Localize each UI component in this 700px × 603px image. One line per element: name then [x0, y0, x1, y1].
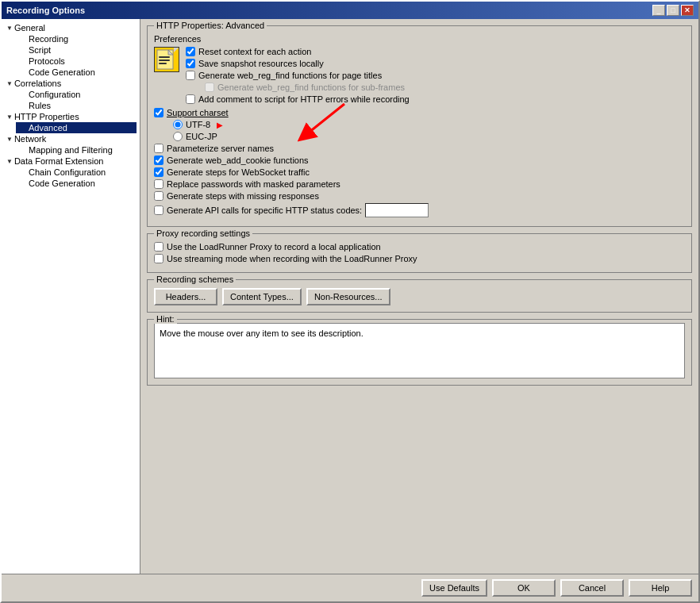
checkbox-gen-cookie[interactable]	[154, 156, 163, 165]
checkbox-gen-api[interactable]	[154, 205, 163, 215]
label-utf8: UTF-8	[186, 120, 210, 129]
main-content: HTTP Properties: Advanced Preferences	[140, 19, 698, 574]
tree-group-general: ▼ General Recording Script Protocols Cod…	[5, 22, 137, 78]
sidebar-item-correlations[interactable]: ▼ Correlations	[5, 78, 137, 89]
sidebar-item-recording[interactable]: Recording	[16, 33, 137, 44]
document-icon	[154, 47, 179, 72]
checkbox-add-comment[interactable]	[186, 94, 195, 104]
label-param-server: Parameterize server names	[167, 144, 274, 153]
sidebar-item-advanced[interactable]: Advanced	[16, 122, 137, 133]
pref-row-gen-sub: Generate web_reg_find functions for sub-…	[205, 83, 685, 92]
close-button[interactable]: ✕	[681, 5, 694, 16]
pref-row-save-snapshot: Save snapshot resources locally	[186, 59, 685, 68]
checkbox-gen-missing[interactable]	[154, 191, 163, 201]
sidebar-item-http-label: HTTP Properties	[14, 112, 79, 121]
pref-row-reset-context: Reset context for each action	[186, 47, 685, 56]
use-defaults-button[interactable]: Use Defaults	[421, 579, 487, 597]
group-content: Preferences	[154, 34, 685, 217]
content-types-button[interactable]: Content Types...	[222, 288, 302, 305]
label-add-comment: Add comment to script for HTTP errors wh…	[198, 94, 410, 104]
window-body: ▼ General Recording Script Protocols Cod…	[2, 19, 698, 574]
checkbox-gen-websocket[interactable]	[154, 167, 163, 177]
status-codes-input[interactable]	[365, 203, 429, 217]
radio-eucjp[interactable]	[173, 132, 183, 141]
pref-row-gen-missing: Generate steps with missing responses	[154, 191, 685, 201]
checkbox-replace-passwords[interactable]	[154, 179, 163, 189]
tree-children-general: Recording Script Protocols Code Generati…	[16, 33, 137, 78]
sidebar-item-general-label: General	[14, 23, 45, 33]
label-gen-web-reg: Generate web_reg_find functions for page…	[198, 71, 382, 80]
pref-row-eucjp: EUC-JP	[173, 132, 685, 141]
schemes-group-content: Headers... Content Types... Non-Resource…	[154, 288, 685, 305]
label-eucjp: EUC-JP	[186, 132, 217, 141]
pref-row-streaming: Use streaming mode when recording with t…	[154, 254, 685, 263]
expand-icon-http: ▼	[6, 113, 13, 121]
pref-row-utf8: UTF-8 ▶	[173, 120, 685, 129]
tree-children-correlations: Configuration Rules	[16, 89, 137, 111]
sidebar-item-mapping-filtering[interactable]: Mapping and Filtering	[16, 144, 137, 156]
label-save-snapshot: Save snapshot resources locally	[198, 59, 324, 68]
cancel-button[interactable]: Cancel	[560, 579, 624, 597]
arrow-indicator: ▶	[217, 121, 223, 129]
maximize-button[interactable]: □	[667, 5, 679, 16]
sidebar-item-correlations-label: Correlations	[14, 79, 61, 88]
sidebar-item-configuration[interactable]: Configuration	[16, 89, 137, 100]
title-bar: Recording Options _ □ ✕	[2, 2, 698, 19]
label-gen-api: Generate API calls for specific HTTP sta…	[167, 205, 362, 215]
expand-icon-correlations: ▼	[6, 80, 13, 87]
minimize-button[interactable]: _	[652, 5, 665, 16]
label-gen-websocket: Generate steps for WebSocket traffic	[167, 167, 310, 177]
preferences-label: Preferences	[154, 34, 685, 44]
checkbox-reset-context[interactable]	[186, 47, 195, 56]
sidebar-item-http-properties[interactable]: ▼ HTTP Properties	[5, 111, 137, 122]
bottom-bar: Use Defaults OK Cancel Help	[2, 574, 698, 601]
sidebar-item-data-format-extension[interactable]: ▼ Data Format Extension	[5, 156, 137, 167]
sidebar-item-network-label: Network	[14, 134, 46, 144]
checkbox-save-snapshot[interactable]	[186, 59, 195, 68]
pref-row-gen-websocket: Generate steps for WebSocket traffic	[154, 167, 685, 177]
label-gen-sub: Generate web_reg_find functions for sub-…	[217, 83, 405, 92]
icon-area: Reset context for each action Save snaps…	[154, 47, 685, 106]
sidebar-item-script[interactable]: Script	[16, 44, 137, 56]
label-reset-context: Reset context for each action	[198, 47, 311, 56]
help-button[interactable]: Help	[629, 579, 692, 597]
recording-schemes-group: Recording schemes Headers... Content Typ…	[147, 279, 692, 313]
tree-children-network: Mapping and Filtering	[16, 144, 137, 156]
radio-utf8[interactable]	[173, 120, 183, 129]
checkbox-gen-sub[interactable]	[205, 83, 214, 92]
svg-rect-2	[159, 56, 170, 58]
expand-icon-data-format: ▼	[6, 158, 13, 165]
label-support-charset: Support charset	[167, 108, 229, 117]
title-bar-controls: _ □ ✕	[652, 5, 694, 16]
sidebar-item-code-generation-1[interactable]: Code Generation	[16, 67, 137, 78]
svg-rect-4	[159, 63, 167, 64]
section-title: HTTP Properties: Advanced	[154, 21, 267, 30]
sidebar-item-network[interactable]: ▼ Network	[5, 133, 137, 144]
checkbox-streaming[interactable]	[154, 254, 163, 263]
pref-row-use-loadrunner: Use the LoadRunner Proxy to record a loc…	[154, 242, 685, 252]
non-resources-button[interactable]: Non-Resources...	[306, 288, 390, 305]
headers-button[interactable]: Headers...	[154, 288, 217, 305]
pref-row-replace-passwords: Replace passwords with masked parameters	[154, 179, 685, 189]
checkbox-support-charset[interactable]	[154, 108, 163, 117]
sidebar-item-protocols[interactable]: Protocols	[16, 56, 137, 67]
checkbox-param-server[interactable]	[154, 144, 163, 153]
support-charset-container: Support charset	[154, 108, 685, 117]
expand-icon-network: ▼	[6, 136, 13, 143]
hint-content: Move the mouse over any item to see its …	[154, 323, 685, 378]
sidebar-item-chain-config[interactable]: Chain Configuration	[16, 167, 137, 178]
pref-row-param-server: Parameterize server names	[154, 144, 685, 153]
checkbox-use-loadrunner[interactable]	[154, 242, 163, 252]
tree-group-network: ▼ Network Mapping and Filtering	[5, 133, 137, 156]
proxy-settings-group: Proxy recording settings Use the LoadRun…	[147, 233, 692, 273]
checkbox-gen-web-reg[interactable]	[186, 71, 195, 80]
sidebar-item-code-generation-2[interactable]: Code Generation	[16, 178, 137, 189]
schemes-buttons-row: Headers... Content Types... Non-Resource…	[154, 288, 685, 305]
sidebar-item-rules[interactable]: Rules	[16, 100, 137, 111]
label-use-loadrunner: Use the LoadRunner Proxy to record a loc…	[167, 242, 381, 252]
expand-icon: ▼	[6, 25, 13, 32]
sidebar-item-general[interactable]: ▼ General	[5, 22, 137, 33]
label-replace-passwords: Replace passwords with masked parameters	[167, 179, 340, 189]
hint-group: Hint: Move the mouse over any item to se…	[147, 319, 692, 386]
ok-button[interactable]: OK	[492, 579, 556, 597]
